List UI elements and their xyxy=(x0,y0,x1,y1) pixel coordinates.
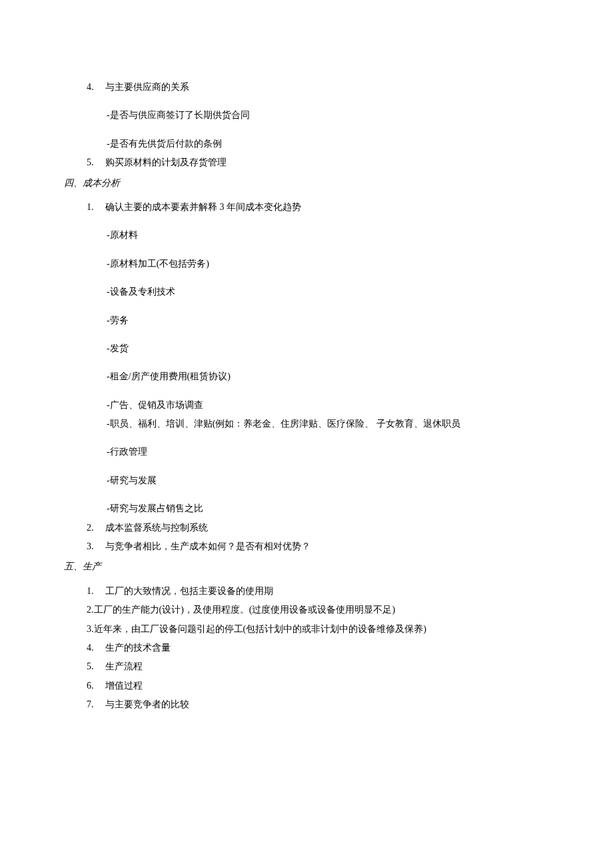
num: 1. xyxy=(87,584,105,599)
sec4-item1-s5: -发货 xyxy=(47,341,566,356)
sec4-item1-s11: -研究与发展占销售之比 xyxy=(47,501,566,516)
sec4-item1-s6: -租金/房产使用费用(租赁协议) xyxy=(47,369,566,384)
sec4-item1-s10: -研究与发展 xyxy=(47,473,566,488)
num: 1. xyxy=(87,200,105,215)
sec3-item5: 5.购买原材料的计划及存货管理 xyxy=(47,155,566,170)
sec4-item1-s3: -设备及专利技术 xyxy=(47,285,566,299)
sec5-item1: 1.工厂的大致情况，包括主要设备的使用期 xyxy=(47,584,566,599)
sec5-item3: 3.近年来，由工厂设备问题引起的停工(包括计划中的或非计划中的设备维修及保养) xyxy=(47,622,566,637)
sec4-item1-s8: -职员、福利、培训、津贴(例如：养老金、住房津贴、医疗保险、 子女教育、退休职员 xyxy=(47,417,566,431)
num: 4. xyxy=(87,80,105,95)
sec3-item4-sub2: -是否有先供货后付款的条例 xyxy=(47,137,566,151)
sec4-item1-s9: -行政管理 xyxy=(47,445,566,459)
text: 与竞争者相比，生产成本如何？是否有相对优势？ xyxy=(105,541,310,551)
num: 3. xyxy=(87,539,105,554)
sec3-item4-sub1: -是否与供应商签订了长期供货合同 xyxy=(47,108,566,123)
sec3-item4: 4.与主要供应商的关系 xyxy=(47,80,566,95)
text: 增值过程 xyxy=(105,681,143,691)
num: 2. xyxy=(87,521,105,535)
sec4-item2: 2.成本监督系统与控制系统 xyxy=(47,521,566,535)
sec4-item1-s7: -广告、促销及市场调查 xyxy=(47,398,566,413)
text: 购买原材料的计划及存货管理 xyxy=(105,157,227,167)
sec4-item1-s4: -劳务 xyxy=(47,313,566,328)
num: 7. xyxy=(87,697,105,712)
text: 生产的技术含量 xyxy=(105,643,171,653)
num: 5. xyxy=(87,659,105,674)
sec5-item2: 2.工厂的生产能力(设计)，及使用程度。(过度使用设备或设备使用明显不足) xyxy=(47,603,566,617)
sec5-item4: 4.生产的技术含量 xyxy=(47,641,566,655)
sec4-item3: 3.与竞争者相比，生产成本如何？是否有相对优势？ xyxy=(47,539,566,554)
sec4-item1-s2: -原材料加工(不包括劳务) xyxy=(47,257,566,271)
text: 成本监督系统与控制系统 xyxy=(105,523,208,533)
sec4-item1: 1.确认主要的成本要素并解释 3 年间成本变化趋势 xyxy=(47,200,566,215)
text: 与主要竞争者的比较 xyxy=(105,699,189,709)
sec5-item5: 5.生产流程 xyxy=(47,659,566,674)
text: 工厂的大致情况，包括主要设备的使用期 xyxy=(105,586,273,596)
text: 确认主要的成本要素并解释 3 年间成本变化趋势 xyxy=(105,202,301,212)
num: 4. xyxy=(87,641,105,655)
sec4-item1-s1: -原材料 xyxy=(47,228,566,243)
sec5-item6: 6.增值过程 xyxy=(47,679,566,693)
sec4-title: 四、成本分析 xyxy=(47,176,566,191)
text: 与主要供应商的关系 xyxy=(105,82,189,92)
text: 生产流程 xyxy=(105,661,143,671)
num: 6. xyxy=(87,679,105,693)
num: 5. xyxy=(87,155,105,170)
sec5-title: 五、生产 xyxy=(47,559,566,574)
sec5-item7: 7.与主要竞争者的比较 xyxy=(47,697,566,712)
